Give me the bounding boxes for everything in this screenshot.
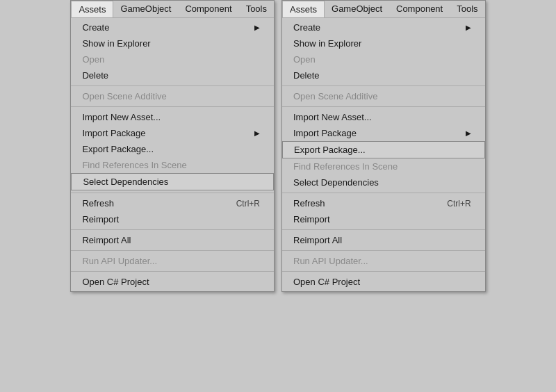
menu-item-shortcut-refresh: Ctrl+R (447, 199, 471, 209)
menu-item-reimport-all[interactable]: Reimport All (71, 232, 274, 248)
menu-item-label-reimport-all: Reimport All (82, 235, 260, 245)
menu-item-refresh[interactable]: RefreshCtrl+R (282, 195, 485, 211)
menu-item-label-find-refs: Find References In Scene (293, 161, 471, 172)
menu-item-run-api: Run API Updater... (282, 253, 485, 269)
menu-item-open-scene: Open Scene Additive (71, 88, 274, 104)
menu-separator (71, 271, 274, 272)
menu-item-label-find-refs: Find References In Scene (82, 160, 260, 170)
menu-item-select-deps[interactable]: Select Dependencies (282, 174, 485, 190)
menu-item-select-deps[interactable]: Select Dependencies (71, 173, 274, 190)
menu-separator (71, 193, 274, 193)
menu-item-open: Open (71, 51, 274, 67)
menu-bar: AssetsGameObjectComponentTools (282, 1, 485, 18)
menu-separator (282, 106, 485, 107)
menu-item-label-select-deps: Select Dependencies (83, 177, 259, 187)
menu-item-refresh[interactable]: RefreshCtrl+R (71, 195, 274, 211)
menu-container: AssetsGameObjectComponentToolsCreate▶Sho… (70, 0, 485, 292)
menu-item-arrow-create: ▶ (466, 24, 471, 31)
menu-bar-item-assets[interactable]: Assets (282, 1, 325, 17)
menu-item-label-import-new: Import New Asset... (293, 112, 471, 122)
menu-separator (282, 193, 485, 193)
menu-item-arrow-import-package: ▶ (466, 129, 471, 137)
menu-item-label-delete: Delete (82, 70, 260, 81)
menu-item-label-show-explorer: Show in Explorer (293, 38, 471, 49)
menu-panel-left: AssetsGameObjectComponentToolsCreate▶Sho… (70, 0, 275, 292)
menu-item-shortcut-refresh: Ctrl+R (236, 199, 260, 209)
menu-bar-item-component[interactable]: Component (389, 1, 450, 17)
menu-item-label-create: Create (82, 22, 240, 33)
menu-item-import-package[interactable]: Import Package▶ (71, 125, 274, 141)
menu-item-label-run-api: Run API Updater... (82, 256, 260, 266)
menu-item-delete[interactable]: Delete (282, 67, 485, 83)
menu-item-label-show-explorer: Show in Explorer (82, 38, 260, 49)
menu-item-label-open-scene: Open Scene Additive (82, 91, 260, 101)
menu-item-label-reimport: Reimport (82, 214, 260, 224)
menu-item-import-package[interactable]: Import Package▶ (282, 125, 485, 141)
menu-item-open-scene: Open Scene Additive (282, 88, 485, 104)
menu-item-label-delete: Delete (293, 70, 471, 81)
menu-bar-item-component[interactable]: Component (178, 1, 238, 17)
menu-item-find-refs: Find References In Scene (282, 158, 485, 174)
menu-item-label-open-scene: Open Scene Additive (293, 91, 471, 101)
menu-item-export-package[interactable]: Export Package... (282, 141, 485, 158)
menu-item-label-refresh: Refresh (293, 198, 419, 209)
menu-item-label-open: Open (293, 54, 471, 65)
menu-item-show-explorer[interactable]: Show in Explorer (71, 35, 274, 51)
menu-item-reimport[interactable]: Reimport (282, 211, 485, 227)
menu-item-open: Open (282, 51, 485, 67)
menu-item-run-api: Run API Updater... (71, 253, 274, 269)
menu-separator (71, 250, 274, 251)
menu-item-label-import-package: Import Package (293, 128, 452, 138)
menu-separator (282, 271, 485, 272)
menu-item-label-run-api: Run API Updater... (293, 256, 471, 266)
menu-item-import-new[interactable]: Import New Asset... (71, 109, 274, 125)
menu-item-label-import-package: Import Package (82, 128, 240, 138)
menu-bar-item-gameobject[interactable]: GameObject (113, 1, 178, 17)
menu-item-label-reimport-all: Reimport All (293, 235, 471, 245)
menu-item-import-new[interactable]: Import New Asset... (282, 109, 485, 125)
menu-item-show-explorer[interactable]: Show in Explorer (282, 35, 485, 51)
menu-item-label-reimport: Reimport (293, 214, 471, 224)
menu-bar-item-gameobject[interactable]: GameObject (325, 1, 389, 17)
menu-separator (282, 229, 485, 230)
menu-items: Create▶Show in ExplorerOpenDeleteOpen Sc… (71, 18, 274, 291)
menu-item-find-refs: Find References In Scene (71, 157, 274, 173)
menu-item-label-create: Create (293, 22, 452, 33)
menu-bar-item-tools[interactable]: Tools (239, 1, 274, 17)
menu-separator (282, 85, 485, 86)
menu-item-label-select-deps: Select Dependencies (293, 177, 471, 188)
menu-item-reimport[interactable]: Reimport (71, 211, 274, 227)
menu-item-open-cs[interactable]: Open C# Project (282, 274, 485, 290)
menu-item-create[interactable]: Create▶ (71, 19, 274, 35)
menu-items: Create▶Show in ExplorerOpenDeleteOpen Sc… (282, 18, 485, 291)
menu-bar-item-tools[interactable]: Tools (450, 1, 484, 17)
menu-separator (71, 85, 274, 86)
menu-separator (282, 250, 485, 251)
menu-item-label-open-cs: Open C# Project (82, 277, 260, 287)
menu-item-arrow-import-package: ▶ (254, 129, 260, 137)
menu-separator (71, 229, 274, 230)
menu-panel-right: AssetsGameObjectComponentToolsCreate▶Sho… (281, 0, 486, 292)
menu-item-export-package[interactable]: Export Package... (71, 141, 274, 157)
menu-item-label-export-package: Export Package... (294, 145, 471, 155)
menu-item-create[interactable]: Create▶ (282, 19, 485, 35)
menu-item-label-open-cs: Open C# Project (293, 277, 471, 287)
menu-item-delete[interactable]: Delete (71, 67, 274, 83)
menu-item-label-export-package: Export Package... (82, 144, 260, 154)
menu-item-arrow-create: ▶ (254, 24, 260, 31)
menu-item-label-import-new: Import New Asset... (82, 112, 260, 122)
menu-item-reimport-all[interactable]: Reimport All (282, 232, 485, 248)
menu-bar-item-assets[interactable]: Assets (71, 1, 113, 17)
menu-item-label-open: Open (82, 54, 260, 65)
menu-separator (71, 106, 274, 107)
menu-bar: AssetsGameObjectComponentTools (71, 1, 274, 18)
menu-item-label-refresh: Refresh (82, 198, 208, 209)
menu-item-open-cs[interactable]: Open C# Project (71, 274, 274, 290)
